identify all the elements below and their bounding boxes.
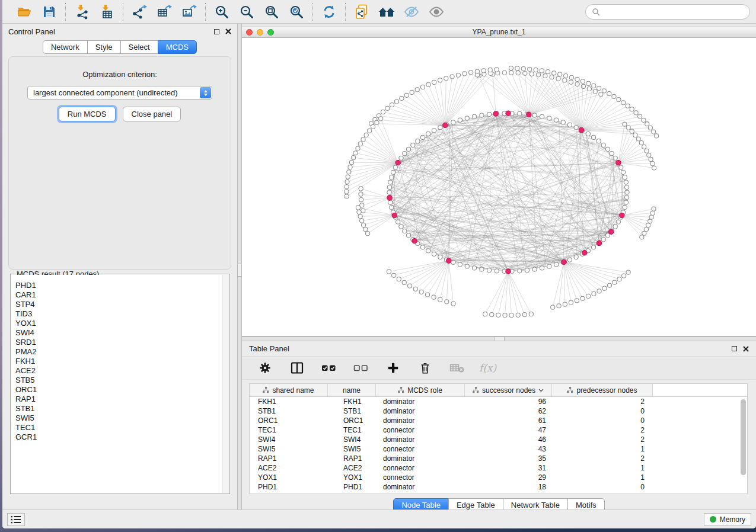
table-scrollbar[interactable] — [741, 399, 746, 475]
table-row[interactable]: PHD1PHD1dominator180 — [250, 482, 747, 492]
table-cell: connector — [376, 464, 465, 472]
task-history-button[interactable] — [7, 513, 25, 526]
table-row[interactable]: RAP1RAP1dominator352 — [250, 454, 747, 463]
mcds-node-item[interactable]: TID3 — [15, 309, 222, 319]
close-table-panel-icon[interactable] — [743, 346, 749, 352]
table-row[interactable]: ACE2ACE2connector311 — [250, 463, 747, 473]
mcds-panel: Optimization criterion: largest connecte… — [8, 56, 231, 270]
table-row[interactable]: SWI5SWI5connector431 — [250, 444, 747, 454]
tab-style[interactable]: Style — [87, 40, 121, 54]
mcds-node-item[interactable]: CAR1 — [15, 290, 222, 300]
tab-mcds[interactable]: MCDS — [158, 40, 197, 54]
delete-entry-button[interactable] — [415, 359, 435, 377]
column-label: MCDS role — [407, 386, 442, 395]
column-header-successor-nodes[interactable]: successor nodes — [465, 384, 552, 396]
duplicate-network-button[interactable] — [352, 3, 372, 21]
mcds-node-item[interactable]: ORC1 — [15, 385, 222, 395]
mcds-node-item[interactable]: STB1 — [15, 404, 222, 414]
memory-button[interactable]: Memory — [704, 513, 751, 526]
mcds-node-item[interactable]: RAP1 — [15, 395, 222, 404]
table-cell: ORC1 — [250, 416, 328, 425]
file-group — [8, 3, 65, 21]
mcds-node-item[interactable]: FKH1 — [15, 357, 222, 366]
mcds-result-list: PHD1CAR1STP4TID3YOX1SWI4SRD1PMA2FKH1ACE2… — [11, 275, 222, 493]
column-header-name[interactable]: name — [328, 384, 376, 396]
table-row[interactable]: STB1STB1dominator620 — [250, 406, 747, 416]
mcds-node-item[interactable]: SRD1 — [15, 338, 222, 347]
add-entry-button[interactable] — [383, 359, 403, 377]
vertical-splitter[interactable] — [237, 24, 242, 509]
export-image-icon — [181, 4, 197, 20]
horizontal-splitter[interactable] — [242, 336, 756, 341]
table-row[interactable]: SWI4SWI4dominator462 — [250, 435, 747, 444]
export-network-button[interactable] — [129, 3, 149, 21]
float-table-panel-icon[interactable] — [732, 346, 737, 351]
network-canvas[interactable] — [242, 38, 756, 336]
deselect-all-button[interactable] — [351, 359, 371, 377]
column-header-predecessor-nodes[interactable]: predecessor nodes — [552, 384, 653, 396]
search-field[interactable] — [585, 4, 750, 20]
table-cell: SWI4 — [250, 435, 328, 444]
list-icon — [11, 515, 21, 524]
open-file-button[interactable] — [14, 3, 34, 21]
settings-gear-button[interactable] — [255, 359, 275, 377]
tab-network[interactable]: Network — [43, 40, 88, 54]
column-label: shared name — [272, 386, 314, 395]
tree-icon — [398, 387, 404, 393]
refresh-button[interactable] — [319, 3, 339, 21]
export-table-button[interactable] — [154, 3, 174, 21]
hide-selected-button[interactable] — [401, 3, 422, 21]
vertical-splitter-grip[interactable] — [237, 264, 242, 277]
column-header-MCDS-role[interactable]: MCDS role — [376, 384, 465, 396]
mcds-node-item[interactable]: STP4 — [15, 300, 222, 309]
mcds-node-item[interactable]: PMA2 — [15, 347, 222, 357]
show-all-button[interactable] — [426, 3, 446, 21]
network-visualization[interactable] — [242, 38, 756, 336]
horizontal-splitter-grip[interactable] — [494, 336, 505, 341]
close-panel-icon[interactable] — [225, 28, 231, 34]
table-row[interactable]: FKH1FKH1dominator962 — [250, 397, 747, 406]
column-header-shared-name[interactable]: shared name — [250, 384, 328, 396]
network-window-titlebar[interactable]: YPA_prune.txt_1 — [242, 27, 756, 38]
mcds-node-item[interactable]: YOX1 — [15, 319, 222, 328]
mcds-node-item[interactable]: PHD1 — [15, 281, 222, 290]
zoom-in-button[interactable] — [212, 3, 232, 21]
export-group — [123, 3, 205, 21]
function-builder-button[interactable]: f(x) — [479, 362, 496, 374]
table-row[interactable]: ORC1ORC1dominator610 — [250, 416, 747, 425]
mcds-node-item[interactable]: ACE2 — [15, 366, 222, 376]
import-network-icon — [74, 4, 90, 20]
header-filler — [653, 384, 747, 396]
mcds-node-item[interactable]: SWI5 — [15, 414, 222, 423]
close-panel-button[interactable]: Close panel — [123, 107, 181, 121]
mcds-node-item[interactable]: TEC1 — [15, 423, 222, 432]
select-all-button[interactable] — [319, 359, 339, 377]
zoom-selected-button[interactable] — [286, 3, 307, 21]
table-cell: 0 — [552, 407, 653, 415]
table-row[interactable]: YOX1YOX1connector291 — [250, 473, 747, 482]
save-session-button[interactable] — [39, 3, 59, 21]
table-row[interactable]: TEC1TEC1connector472 — [250, 425, 747, 435]
tab-select[interactable]: Select — [120, 40, 158, 54]
column-layout-button[interactable] — [287, 359, 307, 377]
zoom-fit-button[interactable] — [261, 3, 282, 21]
import-table-icon — [99, 4, 114, 20]
search-input[interactable] — [604, 8, 744, 16]
mcds-node-item[interactable]: GCR1 — [15, 432, 222, 442]
mcds-node-item[interactable]: SWI4 — [15, 328, 222, 338]
run-mcds-button[interactable]: Run MCDS — [59, 107, 116, 121]
export-image-button[interactable] — [179, 3, 199, 21]
float-panel-icon[interactable] — [214, 29, 219, 34]
destroy-table-button[interactable] — [447, 359, 467, 377]
tree-icon — [263, 387, 269, 393]
import-network-button[interactable] — [72, 3, 92, 21]
network-window: YPA_prune.txt_1 — [242, 27, 756, 336]
mcds-node-item[interactable]: STB5 — [15, 376, 222, 385]
zoom-group — [205, 3, 312, 21]
criterion-select[interactable]: largest connected component (undirected) — [27, 86, 212, 100]
network-overview-button[interactable] — [377, 3, 397, 21]
zoom-out-button[interactable] — [237, 3, 257, 21]
import-table-button[interactable] — [97, 3, 117, 21]
export-table-icon — [157, 4, 172, 20]
mcds-list-scrollbar[interactable] — [222, 275, 229, 493]
